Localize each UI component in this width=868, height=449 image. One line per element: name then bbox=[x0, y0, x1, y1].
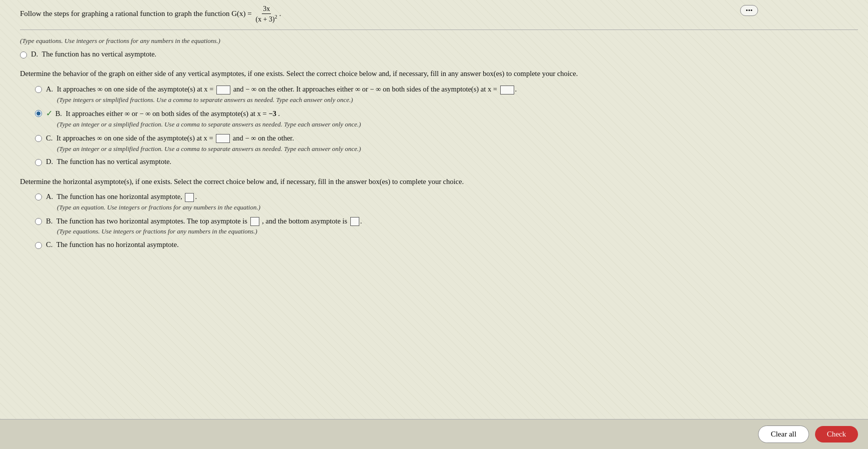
checkmark-icon: ✓ bbox=[46, 108, 52, 120]
behavior-choice-D: D. The function has no vertical asymptot… bbox=[35, 156, 858, 170]
behavior-A-content: A. It approaches ∞ on one side of the as… bbox=[46, 84, 517, 104]
instruction-text: Follow the steps for graphing a rational… bbox=[20, 10, 252, 18]
radio-behavior-C[interactable] bbox=[35, 134, 42, 146]
behavior-A-sub: (Type integers or simplified fractions. … bbox=[57, 95, 517, 105]
behavior-C-content: C. It approaches ∞ on one side of the as… bbox=[46, 132, 361, 154]
clear-all-button[interactable]: Clear all bbox=[758, 426, 809, 443]
denominator-base: (x + 3) bbox=[256, 15, 275, 22]
radio-input-horizontal-A[interactable] bbox=[35, 194, 42, 200]
behavior-C-input1[interactable] bbox=[216, 134, 230, 143]
horizontal-C-label: C. The function has no horizontal asympt… bbox=[46, 240, 179, 250]
radio-input-horizontal-C[interactable] bbox=[35, 242, 42, 249]
behavior-B-sub: (Type an integer or a simplified fractio… bbox=[57, 120, 361, 130]
radio-input-D-no-vertical[interactable] bbox=[20, 52, 27, 58]
radio-input-behavior-C[interactable] bbox=[35, 135, 42, 142]
behavior-C-label: C. It approaches ∞ on one side of the as… bbox=[46, 134, 294, 142]
type-equations-note: (Type equations. Use integers or fractio… bbox=[20, 36, 220, 46]
math-fraction: 3x (x + 3)2 bbox=[255, 5, 278, 24]
section-divider bbox=[20, 30, 858, 30]
type-equations-note-row: (Type equations. Use integers or fractio… bbox=[20, 36, 858, 46]
horizontal-A-label: A. The function has one horizontal asymp… bbox=[46, 192, 197, 200]
behavior-C-sub: (Type an integer or a simplified fractio… bbox=[57, 144, 361, 154]
denominator-exp: 2 bbox=[275, 14, 277, 20]
fraction-numerator: 3x bbox=[262, 5, 271, 14]
behavior-choices: A. It approaches ∞ on one side of the as… bbox=[35, 84, 858, 170]
radio-input-behavior-B[interactable] bbox=[35, 110, 42, 117]
radio-D-no-vertical[interactable] bbox=[20, 50, 27, 62]
behavior-choice-B: ✓ B. It approaches either ∞ or − ∞ on bo… bbox=[35, 108, 858, 130]
behavior-B-label: ✓ B. It approaches either ∞ or − ∞ on bo… bbox=[46, 110, 280, 118]
horizontal-choice-C: C. The function has no horizontal asympt… bbox=[35, 240, 858, 252]
radio-horizontal-A[interactable] bbox=[35, 192, 42, 204]
behavior-choice-C: C. It approaches ∞ on one side of the as… bbox=[35, 132, 858, 154]
horizontal-A-input[interactable] bbox=[185, 193, 194, 202]
behavior-D-label: D. The function has no vertical asymptot… bbox=[46, 156, 171, 168]
horizontal-B-input1[interactable] bbox=[250, 217, 259, 226]
question-title: Follow the steps for graphing a rational… bbox=[20, 5, 858, 24]
radio-behavior-B[interactable] bbox=[35, 109, 42, 120]
radio-input-behavior-A[interactable] bbox=[35, 86, 42, 93]
behavior-B-content: ✓ B. It approaches either ∞ or − ∞ on bo… bbox=[46, 108, 361, 130]
horizontal-choices: A. The function has one horizontal asymp… bbox=[35, 191, 858, 252]
horizontal-A-content: A. The function has one horizontal asymp… bbox=[46, 191, 260, 212]
behavior-A-input1[interactable] bbox=[216, 86, 230, 94]
top-section: (Type equations. Use integers or fractio… bbox=[20, 36, 858, 62]
horizontal-instruction: Determine the horizontal asymptote(s), i… bbox=[20, 176, 858, 188]
choice-D-no-vertical-label: D. The function has no vertical asymptot… bbox=[31, 49, 156, 60]
radio-input-behavior-D[interactable] bbox=[35, 159, 42, 166]
behavior-A-label: A. It approaches ∞ on one side of the as… bbox=[46, 85, 517, 93]
behavior-A-input2[interactable] bbox=[500, 86, 514, 94]
fraction-denominator: (x + 3)2 bbox=[255, 14, 278, 24]
horizontal-choice-A: A. The function has one horizontal asymp… bbox=[35, 191, 858, 212]
radio-behavior-D[interactable] bbox=[35, 158, 42, 170]
radio-horizontal-B[interactable] bbox=[35, 217, 42, 228]
bottom-bar: Clear all Check bbox=[0, 419, 868, 449]
horizontal-section: Determine the horizontal asymptote(s), i… bbox=[20, 176, 858, 252]
dots-menu-button[interactable]: ••• bbox=[740, 5, 758, 16]
radio-horizontal-C[interactable] bbox=[35, 241, 42, 252]
check-button[interactable]: Check bbox=[815, 426, 858, 442]
dots-label: ••• bbox=[746, 6, 753, 14]
radio-behavior-A[interactable] bbox=[35, 85, 42, 96]
horizontal-B-content: B. The function has two horizontal asymp… bbox=[46, 216, 362, 236]
horizontal-B-label: B. The function has two horizontal asymp… bbox=[46, 217, 362, 225]
horizontal-B-input2[interactable] bbox=[350, 217, 359, 226]
choice-D-no-vertical-row: D. The function has no vertical asymptot… bbox=[20, 49, 858, 62]
radio-input-horizontal-B[interactable] bbox=[35, 218, 42, 225]
behavior-section: Determine the behavior of the graph on e… bbox=[20, 68, 858, 169]
behavior-instruction: Determine the behavior of the graph on e… bbox=[20, 68, 858, 80]
behavior-choice-A: A. It approaches ∞ on one side of the as… bbox=[35, 84, 858, 104]
horizontal-B-sub: (Type equations. Use integers or fractio… bbox=[57, 226, 362, 236]
horizontal-A-sub: (Type an equation. Use integers or fract… bbox=[57, 202, 260, 212]
horizontal-choice-B: B. The function has two horizontal asymp… bbox=[35, 216, 858, 236]
